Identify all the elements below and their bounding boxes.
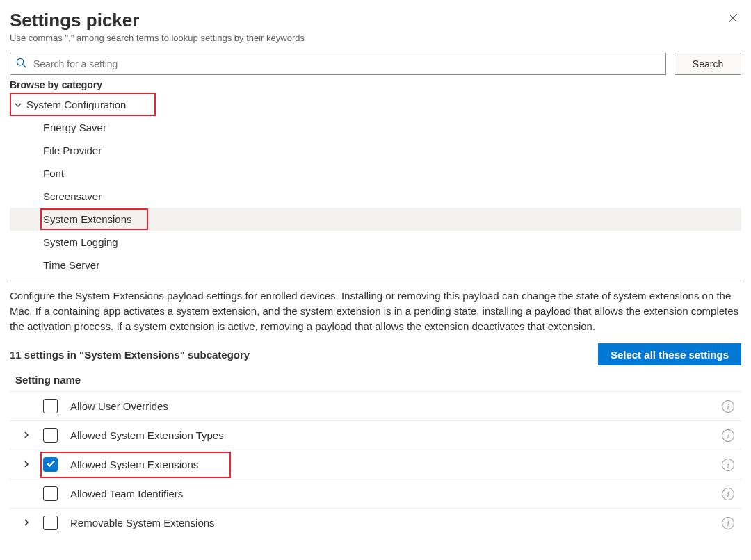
setting-row: Allow User Overridesi: [10, 391, 741, 420]
category-item[interactable]: Font: [10, 162, 741, 185]
category-item-label: Time Server: [43, 259, 99, 271]
search-box[interactable]: [10, 53, 666, 75]
check-icon: [46, 459, 56, 470]
chevron-right-icon: [22, 430, 31, 441]
page-subtitle: Use commas "," among search terms to loo…: [10, 33, 305, 43]
expand-toggle[interactable]: [18, 430, 35, 441]
page-title: Settings picker: [10, 10, 305, 31]
category-item-label: File Provider: [43, 145, 102, 156]
category-item[interactable]: System Extensions: [10, 208, 741, 231]
close-icon[interactable]: [725, 10, 741, 30]
svg-line-1: [23, 65, 26, 67]
setting-checkbox[interactable]: [43, 516, 58, 530]
setting-label: Allowed System Extension Types: [70, 429, 722, 441]
category-item[interactable]: File Provider: [10, 139, 741, 162]
setting-checkbox[interactable]: [43, 428, 58, 443]
setting-checkbox[interactable]: [43, 399, 58, 413]
category-item[interactable]: Energy Saver: [10, 116, 741, 139]
search-icon: [16, 58, 26, 70]
category-item-label: System Logging: [43, 236, 118, 248]
category-label: System Configuration: [26, 99, 126, 110]
setting-checkbox[interactable]: [43, 486, 58, 501]
select-all-button[interactable]: Select all these settings: [598, 343, 741, 365]
setting-label: Allowed System Extensions: [70, 459, 722, 470]
chevron-right-icon: [22, 459, 31, 470]
category-item[interactable]: Time Server: [10, 254, 741, 277]
info-icon[interactable]: i: [722, 459, 734, 471]
search-button[interactable]: Search: [675, 53, 741, 75]
settings-count: 11 settings in "System Extensions" subca…: [10, 349, 250, 361]
setting-label: Allow User Overrides: [70, 400, 722, 412]
info-icon[interactable]: i: [722, 488, 734, 500]
setting-label: Allowed Team Identifiers: [70, 488, 722, 500]
highlight-box: [40, 208, 148, 230]
setting-row: Allowed Team Identifiersi: [10, 479, 741, 508]
setting-row: Allowed System Extension Typesi: [10, 420, 741, 450]
category-system-configuration[interactable]: System Configuration: [10, 93, 741, 116]
category-item[interactable]: Screensaver: [10, 185, 741, 208]
chevron-right-icon: [22, 518, 31, 529]
chevron-down-icon: [13, 101, 24, 109]
setting-checkbox[interactable]: [43, 457, 58, 472]
setting-row: Removable System Extensionsi: [10, 508, 741, 537]
expand-toggle[interactable]: [18, 518, 35, 529]
category-item-label: Font: [43, 167, 64, 179]
info-icon[interactable]: i: [722, 517, 734, 529]
search-input[interactable]: [32, 58, 660, 70]
separator: [10, 281, 741, 281]
info-icon[interactable]: i: [722, 429, 734, 442]
category-description: Configure the System Extensions payload …: [10, 288, 741, 333]
info-icon[interactable]: i: [722, 400, 734, 413]
browse-by-category-label: Browse by category: [10, 79, 741, 90]
setting-label: Removable System Extensions: [70, 517, 722, 529]
category-item[interactable]: System Logging: [10, 231, 741, 254]
setting-row: Allowed System Extensionsi: [10, 450, 741, 479]
category-item-label: Screensaver: [43, 190, 102, 202]
column-header-setting-name: Setting name: [10, 371, 741, 391]
category-item-label: Energy Saver: [43, 122, 106, 133]
expand-toggle[interactable]: [18, 459, 35, 470]
svg-point-0: [17, 58, 23, 65]
